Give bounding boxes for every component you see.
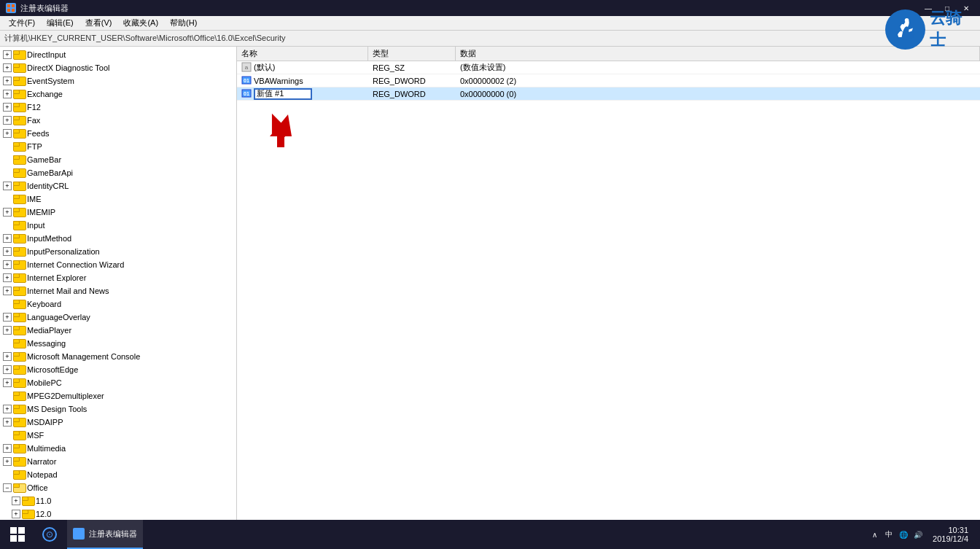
folder-icon — [13, 470, 25, 480]
col-header-name[interactable]: 名称 — [237, 47, 368, 61]
expand-button[interactable]: + — [3, 90, 12, 98]
tree-item[interactable]: +EventSystem — [0, 74, 236, 87]
registry-table: 名称 类型 数据 a(默认)REG_SZ(数值未设置)01VBAWarnings… — [237, 47, 980, 532]
expand-button[interactable]: + — [3, 50, 12, 59]
tree-item[interactable]: +InputPersonalization — [0, 245, 236, 258]
tree-item[interactable]: IME — [0, 192, 236, 206]
tree-item[interactable]: +Internet Mail and News — [0, 284, 236, 297]
tree-item[interactable]: +LanguageOverlay — [0, 311, 236, 324]
expand-button[interactable]: + — [3, 116, 12, 125]
tree-item[interactable]: Notepad — [0, 468, 236, 481]
tray-lang[interactable]: 中 — [883, 529, 895, 540]
tree-item[interactable]: +Feeds — [0, 127, 236, 140]
tree-item[interactable]: +F12 — [0, 101, 236, 114]
expand-button[interactable]: + — [3, 208, 12, 217]
expand-button[interactable]: + — [3, 234, 12, 243]
table-row[interactable]: 01VBAWarningsREG_DWORD0x00000002 (2) — [237, 74, 980, 87]
menu-file[interactable]: 文件(F) — [3, 16, 41, 30]
tray-chevron[interactable]: ∧ — [868, 529, 880, 540]
expand-button[interactable]: + — [3, 365, 12, 374]
tree-item[interactable]: +Fax — [0, 114, 236, 127]
tree-item[interactable]: MSF — [0, 429, 236, 442]
tree-item[interactable]: +11.0 — [0, 494, 236, 507]
tray-network[interactable]: 🌐 — [898, 529, 909, 540]
tree-item[interactable]: −Office — [0, 481, 236, 494]
tree-item[interactable]: Input — [0, 219, 236, 232]
tree-item[interactable]: +MSDAIPP — [0, 416, 236, 429]
tree-item[interactable]: MPEG2Demultiplexer — [0, 389, 236, 402]
folder-icon — [13, 208, 25, 217]
menu-favorites[interactable]: 收藏夹(A) — [117, 16, 164, 30]
expand-button[interactable]: + — [3, 326, 12, 335]
tree-item[interactable]: +Microsoft Management Console — [0, 350, 236, 363]
expand-button[interactable]: + — [3, 457, 12, 466]
cortana-button[interactable]: ⊙ — [35, 520, 64, 549]
tree-item-label: DirectInput — [27, 50, 66, 59]
tree-item[interactable]: +Internet Explorer — [0, 271, 236, 284]
folder-icon — [13, 182, 25, 191]
tree-panel[interactable]: +DirectInput+DirectX Diagnostic Tool+Eve… — [0, 47, 237, 532]
folder-icon — [13, 273, 25, 283]
folder-icon — [13, 195, 25, 204]
taskbar-clock[interactable]: 10:31 2019/12/4 — [927, 526, 974, 543]
expand-button[interactable]: + — [3, 405, 12, 413]
menu-edit[interactable]: 编辑(E) — [41, 16, 79, 30]
tree-item-label: LanguageOverlay — [27, 313, 90, 322]
menu-help[interactable]: 帮助(H) — [164, 16, 203, 30]
start-button[interactable] — [0, 520, 35, 549]
folder-icon — [13, 287, 25, 296]
tree-item[interactable]: +DirectInput — [0, 48, 236, 61]
folder-icon — [13, 339, 25, 349]
tree-item-label: F12 — [27, 103, 41, 112]
expand-button[interactable]: + — [12, 510, 20, 518]
expand-button[interactable]: + — [3, 77, 12, 85]
tree-item[interactable]: +DirectX Diagnostic Tool — [0, 61, 236, 74]
expand-button[interactable]: + — [3, 63, 12, 72]
table-header: 名称 类型 数据 — [237, 47, 980, 61]
tray-volume[interactable]: 🔊 — [912, 529, 924, 540]
tree-item[interactable]: +Internet Connection Wizard — [0, 258, 236, 271]
expand-button[interactable]: + — [3, 313, 12, 322]
tree-item[interactable]: +Exchange — [0, 87, 236, 101]
tree-item[interactable]: Messaging — [0, 337, 236, 350]
tree-item[interactable]: +IdentityCRL — [0, 179, 236, 192]
tree-item-label: Microsoft Management Console — [27, 352, 140, 361]
tree-item[interactable]: +InputMethod — [0, 232, 236, 245]
tree-item[interactable]: +Narrator — [0, 455, 236, 468]
expand-button[interactable]: + — [3, 287, 12, 295]
expand-button[interactable]: + — [3, 247, 12, 256]
taskbar-regedit[interactable]: 注册表编辑器 — [67, 520, 143, 549]
tree-item[interactable]: FTP — [0, 140, 236, 153]
svg-rect-1 — [12, 4, 15, 7]
tree-item[interactable]: +IMEMIP — [0, 206, 236, 219]
table-row[interactable]: a(默认)REG_SZ(数值未设置) — [237, 61, 980, 74]
expand-button[interactable]: + — [3, 182, 12, 190]
tree-item-label: Internet Explorer — [27, 273, 86, 282]
tree-item[interactable]: +MobilePC — [0, 376, 236, 389]
expand-button[interactable]: − — [3, 483, 12, 492]
expand-button[interactable]: + — [3, 444, 12, 453]
tree-item[interactable]: +12.0 — [0, 507, 236, 521]
tree-item[interactable]: +MediaPlayer — [0, 324, 236, 337]
inline-edit-input[interactable] — [254, 88, 312, 100]
table-row[interactable]: 01REG_DWORD0x00000000 (0) — [237, 87, 980, 101]
expand-button[interactable]: + — [3, 352, 12, 361]
expand-button[interactable]: + — [3, 260, 12, 269]
expand-button[interactable]: + — [3, 418, 12, 427]
tree-item[interactable]: GameBarApi — [0, 166, 236, 179]
expand-button[interactable]: + — [12, 497, 20, 505]
logo-piece-3 — [10, 535, 17, 542]
tree-item[interactable]: GameBar — [0, 153, 236, 166]
right-panel-container: 名称 类型 数据 a(默认)REG_SZ(数值未设置)01VBAWarnings… — [237, 47, 980, 532]
expand-button[interactable]: + — [3, 103, 12, 112]
expand-button[interactable]: + — [3, 129, 12, 138]
col-header-type[interactable]: 类型 — [368, 47, 456, 61]
tree-item[interactable]: Keyboard — [0, 297, 236, 311]
tree-item[interactable]: +Multimedia — [0, 442, 236, 455]
menu-view[interactable]: 查看(V) — [79, 16, 118, 30]
expand-button[interactable]: + — [3, 273, 12, 282]
tree-item[interactable]: +MS Design Tools — [0, 402, 236, 416]
expand-button[interactable]: + — [3, 378, 12, 387]
tree-item-label: DirectX Diagnostic Tool — [27, 63, 110, 72]
tree-item[interactable]: +MicrosoftEdge — [0, 363, 236, 376]
